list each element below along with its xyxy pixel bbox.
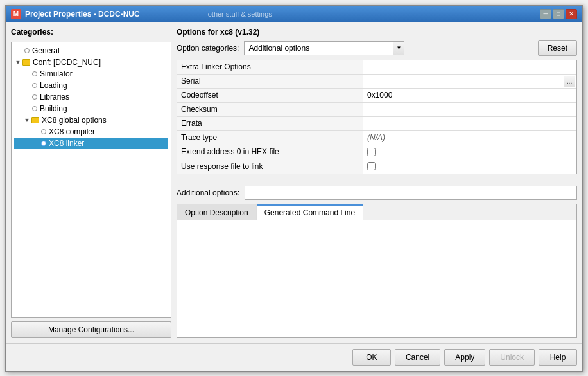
right-panel: Options for xc8 (v1.32) Option categorie… (177, 28, 577, 338)
window-title: Project Properties - DCDC-NUC (25, 10, 140, 19)
trace-type-value: (N/A) (367, 133, 385, 142)
prop-label: Errata (177, 117, 363, 130)
browse-button[interactable]: ... (564, 76, 575, 87)
tab-option-description[interactable]: Option Description (177, 204, 257, 220)
table-row: Errata (177, 117, 576, 131)
prop-label: Codeoffset (177, 89, 363, 102)
app-icon: M (11, 9, 21, 19)
tab-container: Option Description Generated Command Lin… (177, 204, 577, 338)
tree-item-loading[interactable]: Loading (14, 80, 168, 91)
tab-content-generated-command-line (177, 220, 576, 337)
tab-header: Option Description Generated Command Lin… (177, 204, 576, 220)
options-title: Options for xc8 (v1.32) (177, 28, 577, 37)
tree-label: Building (40, 104, 67, 113)
tree-item-building[interactable]: Building (14, 103, 168, 114)
option-categories-row: Option categories: Additional options ▼ … (177, 40, 577, 56)
expand-icon: ▼ (14, 59, 22, 66)
tree-label: XC8 compiler (49, 127, 95, 136)
bottom-bar: OK Cancel Apply Unlock Help (6, 343, 582, 371)
prop-label: Serial (177, 75, 363, 88)
table-row: Checksum (177, 103, 576, 117)
apply-button[interactable]: Apply (444, 349, 485, 366)
leaf-icon (32, 94, 37, 100)
tree-item-libraries[interactable]: Libraries (14, 91, 168, 103)
close-button[interactable]: ✕ (566, 9, 577, 19)
prop-label: Extend address 0 in HEX file (177, 145, 363, 159)
folder-icon (22, 59, 30, 66)
option-categories-select[interactable]: Additional options (244, 41, 393, 55)
minimize-button[interactable]: ─ (540, 9, 551, 19)
use-response-file-checkbox[interactable] (367, 162, 376, 170)
tree-label: Libraries (40, 93, 69, 102)
extend-address-checkbox[interactable] (367, 148, 376, 156)
tree-label: XC8 global options (42, 116, 107, 125)
prop-value (363, 145, 576, 159)
categories-label: Categories: (11, 28, 171, 37)
tree-item-simulator[interactable]: Simulator (14, 68, 168, 80)
main-window: M Project Properties - DCDC-NUC other st… (5, 5, 583, 372)
tree-item-conf[interactable]: ▼ Conf: [DCDC_NUC] (14, 57, 168, 68)
tree-container: General ▼ Conf: [DCDC_NUC] Simulator (11, 42, 171, 318)
help-button[interactable]: Help (539, 349, 577, 366)
additional-options-label: Additional options: (177, 188, 239, 197)
prop-value (363, 60, 576, 74)
tree-item-xc8linker[interactable]: XC8 linker (14, 138, 168, 149)
leaf-icon (32, 106, 37, 111)
cancel-button[interactable]: Cancel (395, 349, 440, 366)
additional-options-row: Additional options: (177, 186, 577, 200)
tree-label: General (32, 46, 60, 55)
tree-label: Conf: [DCDC_NUC] (33, 58, 101, 67)
prop-label: Extra Linker Options (177, 60, 363, 74)
table-row: Extend address 0 in HEX file (177, 145, 576, 159)
title-bar: M Project Properties - DCDC-NUC other st… (6, 6, 582, 22)
prop-value: ... (363, 75, 576, 88)
table-row: Extra Linker Options (177, 60, 576, 75)
leaf-icon (32, 83, 37, 88)
table-row: Codeoffset 0x1000 (177, 89, 576, 103)
table-row: Trace type (N/A) (177, 131, 576, 145)
leaf-icon (32, 71, 37, 76)
ok-button[interactable]: OK (352, 349, 391, 366)
leaf-icon (41, 129, 46, 134)
tree-label: Simulator (40, 69, 73, 78)
maximize-button[interactable]: □ (553, 9, 564, 19)
tree-item-general[interactable]: General (14, 45, 168, 57)
window-subtitle: other stuff & settings (208, 10, 272, 18)
prop-label: Trace type (177, 131, 363, 145)
content-area: Categories: General ▼ Conf: [DCDC_NUC] (6, 22, 582, 343)
tree-item-xc8compiler[interactable]: XC8 compiler (14, 126, 168, 138)
manage-configurations-button[interactable]: Manage Configurations... (11, 321, 171, 338)
table-row: Use response file to link (177, 159, 576, 174)
expand-icon: ▼ (23, 117, 31, 123)
leaf-icon (41, 141, 46, 146)
tree-label: Loading (40, 81, 67, 90)
additional-options-input[interactable] (245, 186, 577, 200)
option-categories-select-wrapper: Additional options ▼ (244, 41, 404, 55)
dropdown-arrow-button[interactable]: ▼ (393, 41, 404, 55)
prop-value (363, 103, 576, 116)
option-categories-label: Option categories: (177, 44, 239, 53)
prop-value (363, 159, 576, 174)
left-panel: Categories: General ▼ Conf: [DCDC_NUC] (11, 28, 171, 338)
table-row: Serial ... (177, 75, 576, 89)
tab-generated-command-line[interactable]: Generated Command Line (257, 204, 363, 220)
folder-icon (31, 117, 39, 123)
prop-value (363, 117, 576, 130)
tree-label: XC8 linker (49, 139, 84, 148)
tree-item-xc8global[interactable]: ▼ XC8 global options (14, 114, 168, 126)
leaf-icon (24, 48, 30, 53)
prop-value: 0x1000 (363, 89, 576, 102)
unlock-button[interactable]: Unlock (489, 349, 535, 366)
prop-value: (N/A) (363, 131, 576, 145)
prop-label: Use response file to link (177, 159, 363, 174)
properties-table: Extra Linker Options Serial ... Codeoffs… (177, 60, 577, 174)
reset-button[interactable]: Reset (538, 40, 577, 56)
prop-label: Checksum (177, 103, 363, 116)
